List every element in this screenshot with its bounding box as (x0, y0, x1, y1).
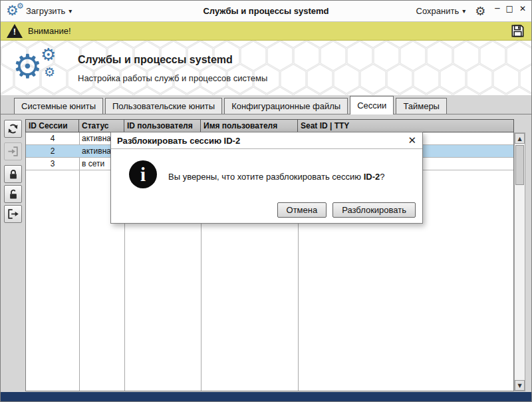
tab-bar: Системные юниты Пользовательские юниты К… (1, 95, 531, 114)
window-controls: ─ □ ✕ (495, 5, 526, 13)
column-divider (79, 132, 80, 391)
activate-session-button (4, 142, 22, 160)
settings-gear-icon[interactable]: ⚙ (475, 5, 485, 17)
bottom-status-bar (1, 392, 531, 401)
scroll-down-button[interactable]: ▼ (515, 380, 525, 391)
page-title: Службы и процессы systemd (78, 54, 233, 66)
gear-icon: ⚙ (17, 2, 24, 10)
column-header-user-name[interactable]: Имя пользователя (201, 120, 298, 132)
tab-label: Системные юниты (21, 101, 96, 111)
app-window: ⚙ ⚙ Загрузить ▾ Службы и процессы system… (0, 0, 532, 402)
column-header-user-id[interactable]: ID пользователя (124, 120, 201, 132)
terminate-session-button[interactable] (4, 205, 22, 223)
scroll-up-button[interactable]: ▲ (515, 133, 525, 144)
save-menu-button[interactable]: Сохранить ▾ (416, 6, 466, 16)
warning-label: Внимание! (28, 26, 71, 36)
save-menu-label: Сохранить (416, 6, 460, 16)
warning-exclamation: ! (7, 25, 23, 38)
save-diskette-icon[interactable] (510, 23, 525, 39)
maximize-button[interactable]: □ (506, 5, 513, 13)
column-header-seat-tty[interactable]: Seat ID | TTY (298, 120, 513, 132)
unlock-session-button[interactable] (4, 185, 22, 203)
gear-icon: ⚙ (44, 66, 55, 79)
tab-label: Сессии (357, 100, 386, 110)
caret-down-icon: ▾ (462, 7, 466, 15)
dialog-titlebar: Разблокировать сессию ID-2 ✕ (111, 132, 422, 149)
dialog-buttons: Отмена Разблокировать (277, 202, 416, 218)
close-button[interactable]: ✕ (519, 5, 526, 13)
unlock-session-dialog: Разблокировать сессию ID-2 ✕ i Вы уверен… (110, 132, 423, 224)
column-header-status[interactable]: Статус (79, 120, 124, 132)
tab-label: Пользовательские юниты (112, 101, 215, 111)
app-icon: ⚙ ⚙ (6, 2, 26, 21)
tab-config-files[interactable]: Конфигурационные файлы (224, 98, 348, 114)
lock-session-button[interactable] (4, 165, 22, 183)
refresh-icon (7, 122, 19, 135)
dialog-message-session-id: ID-2 (364, 172, 380, 182)
cancel-button[interactable]: Отмена (277, 202, 327, 218)
cell-session-id: 3 (26, 158, 79, 170)
dialog-message-suffix: ? (380, 172, 384, 182)
cell-session-id: 2 (26, 145, 79, 157)
enter-session-icon (7, 145, 19, 158)
refresh-button[interactable] (4, 120, 22, 138)
warning-icon: ! (7, 24, 23, 38)
tab-label: Таймеры (403, 101, 440, 111)
hexagon-pattern-decoration (1, 41, 531, 95)
lock-icon (7, 168, 19, 180)
exit-icon (7, 208, 19, 220)
session-toolbar (1, 114, 25, 393)
scrollbar-thumb[interactable] (515, 145, 524, 185)
dialog-message: Вы уверены, что хотите разблокировать се… (168, 172, 384, 182)
column-header-session-id[interactable]: ID Сессии (26, 120, 79, 132)
unlock-confirm-button[interactable]: Разблокировать (332, 202, 416, 218)
dialog-close-button[interactable]: ✕ (408, 136, 416, 146)
dialog-title: Разблокировать сессию ID-2 (117, 136, 240, 146)
warning-bar: ! Внимание! (1, 22, 531, 41)
app-logo-gears: ⚙ ⚙ ⚙ (13, 46, 72, 93)
page-subtitle: Настройка работы служб и процессов систе… (78, 73, 267, 83)
gear-icon: ⚙ (41, 46, 56, 63)
dialog-body: i Вы уверены, что хотите разблокировать … (111, 149, 422, 224)
titlebar: ⚙ ⚙ Загрузить ▾ Службы и процессы system… (1, 1, 531, 22)
tab-system-units[interactable]: Системные юниты (14, 98, 103, 114)
info-icon: i (129, 160, 157, 188)
titlebar-right-group: Сохранить ▾ ⚙ ─ □ ✕ (416, 5, 526, 17)
tab-label: Конфигурационные файлы (231, 101, 340, 111)
dialog-message-prefix: Вы уверены, что хотите разблокировать се… (168, 172, 364, 182)
tab-sessions[interactable]: Сессии (350, 96, 394, 114)
load-menu-label: Загрузить (26, 6, 65, 16)
caret-down-icon: ▾ (68, 7, 72, 15)
vertical-scrollbar[interactable]: ▲ ▼ (514, 132, 525, 391)
cell-session-id: 4 (26, 132, 79, 144)
page-header: ⚙ ⚙ ⚙ Службы и процессы systemd Настройк… (1, 41, 531, 95)
unlock-icon (7, 188, 19, 200)
gear-icon: ⚙ (13, 50, 43, 83)
load-menu-button[interactable]: Загрузить ▾ (26, 6, 72, 16)
tab-timers[interactable]: Таймеры (396, 98, 447, 114)
sessions-table-header: ID Сессии Статус ID пользователя Имя пол… (25, 119, 514, 132)
tab-user-units[interactable]: Пользовательские юниты (105, 98, 222, 114)
minimize-button[interactable]: ─ (495, 5, 499, 13)
